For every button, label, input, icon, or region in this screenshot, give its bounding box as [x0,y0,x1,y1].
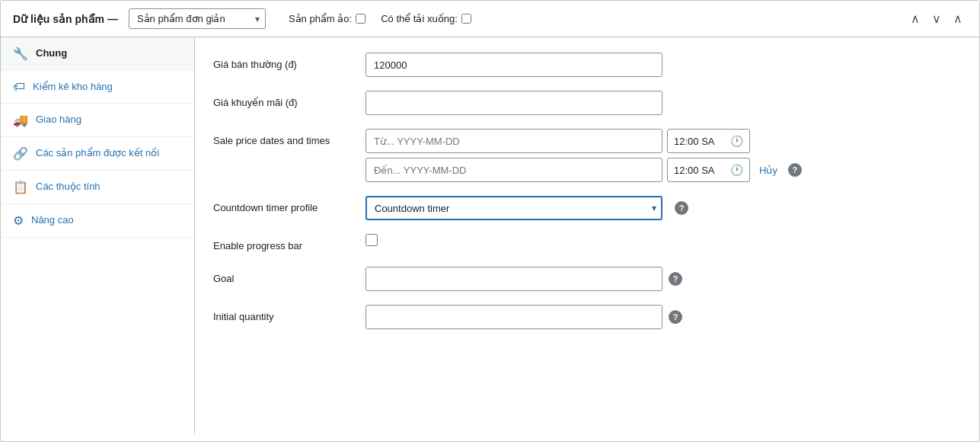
header-bar: Dữ liệu sản phẩm — Sản phẩm đơn giản ▾ S… [1,1,979,37]
sidebar-label-chung: Chung [36,47,67,60]
initial-quantity-controls: ? [366,305,682,329]
regular-price-row: Giá bán thường (đ) [213,53,961,77]
sidebar-item-nang-cao[interactable]: ⚙ Nâng cao [1,204,194,238]
header-actions: ∧ ∨ ∧ [906,10,967,27]
time-from-wrapper: 🕐 [667,129,750,153]
date-to-row: 🕐 Hủy ? [366,158,961,182]
sidebar-item-kiem-ke-kho-hang[interactable]: 🏷 Kiểm kê kho hàng [1,71,194,104]
countdown-profile-label: Countdown timer profile [213,196,366,215]
initial-quantity-input[interactable] [366,305,662,329]
downloadable-label: Có thể tải xuống: [381,13,458,24]
gear-icon: ⚙ [13,213,24,228]
cancel-link[interactable]: Hủy [759,165,777,176]
goal-input[interactable] [366,267,662,291]
time-from-input[interactable] [674,136,727,147]
truck-icon: 🚚 [13,113,28,127]
tag-icon: 🏷 [13,80,25,94]
product-data-panel: Dữ liệu sản phẩm — Sản phẩm đơn giản ▾ S… [0,0,980,442]
content-area: 🔧 Chung 🏷 Kiểm kê kho hàng 🚚 Giao hàng 🔗… [1,37,979,434]
date-from-row: 🕐 [366,129,961,153]
countdown-profile-row: Countdown timer profile Countdown timer … [213,196,961,220]
expand-up-button[interactable]: ∧ [906,10,924,27]
goal-help-icon[interactable]: ? [669,272,682,286]
goal-controls: ? [366,267,682,291]
sale-price-label: Giá khuyến mãi (đ) [213,91,366,110]
progress-bar-checkbox[interactable] [366,234,378,246]
sidebar-label-thuoc-tinh: Các thuộc tính [36,181,101,194]
virtual-label: Sản phẩm ảo: [289,13,352,24]
initial-quantity-row: Initial quantity ? [213,305,961,329]
sale-dates-controls: 🕐 🕐 Hủy ? [366,129,961,182]
countdown-select-wrapper: Countdown timer ▾ [366,196,662,220]
list-icon: 📋 [13,180,28,194]
sidebar-label-giao-hang: Giao hàng [36,114,81,127]
panel-title: Dữ liệu sản phẩm — [13,13,118,25]
goal-label: Goal [213,267,366,286]
downloadable-checkbox-label: Có thể tải xuống: [381,13,471,24]
sale-dates-label: Sale price dates and times [213,129,366,148]
sale-price-row: Giá khuyến mãi (đ) [213,91,961,115]
progress-bar-label: Enable progress bar [213,234,366,253]
sale-price-controls [366,91,961,115]
countdown-help-icon[interactable]: ? [675,201,688,215]
clock-to-icon[interactable]: 🕐 [730,164,743,176]
link-icon: 🔗 [13,146,28,161]
sidebar-label-kiem-ke: Kiểm kê kho hàng [33,81,113,94]
progress-bar-row: Enable progress bar [213,234,961,253]
form-area: Giá bán thường (đ) Giá khuyến mãi (đ) Sa… [195,37,979,434]
initial-quantity-help-icon[interactable]: ? [669,310,682,324]
virtual-checkbox-label: Sản phẩm ảo: [289,13,366,24]
downloadable-checkbox[interactable] [461,14,471,24]
sidebar-label-nang-cao: Nâng cao [31,214,74,227]
product-type-select-wrapper: Sản phẩm đơn giản ▾ [129,8,266,29]
product-checkboxes: Sản phẩm ảo: Có thể tải xuống: [289,13,471,24]
sidebar-item-thuoc-tinh[interactable]: 📋 Các thuộc tính [1,171,194,204]
time-to-input[interactable] [674,165,727,176]
collapse-button[interactable]: ∧ [949,10,967,27]
sale-dates-help-icon[interactable]: ? [788,163,802,177]
product-type-select[interactable]: Sản phẩm đơn giản [129,8,266,29]
sale-dates-row: Sale price dates and times 🕐 [213,129,961,182]
goal-row: Goal ? [213,267,961,291]
regular-price-input[interactable] [366,53,662,77]
progress-bar-controls [366,234,378,246]
initial-quantity-label: Initial quantity [213,305,366,324]
sidebar-item-chung[interactable]: 🔧 Chung [1,37,194,71]
virtual-checkbox[interactable] [356,14,366,24]
countdown-select[interactable]: Countdown timer [366,196,662,220]
date-to-input[interactable] [366,158,662,182]
sidebar-label-ket-noi: Các sản phẩm được kết nối [36,147,159,160]
sidebar-item-san-pham-ket-noi[interactable]: 🔗 Các sản phẩm được kết nối [1,137,194,171]
expand-down-button[interactable]: ∨ [927,10,946,27]
wrench-icon: 🔧 [13,46,28,61]
countdown-controls: Countdown timer ▾ ? [366,196,688,220]
sidebar: 🔧 Chung 🏷 Kiểm kê kho hàng 🚚 Giao hàng 🔗… [1,37,195,434]
clock-from-icon[interactable]: 🕐 [730,135,743,147]
sale-price-input[interactable] [366,91,662,115]
sidebar-item-giao-hang[interactable]: 🚚 Giao hàng [1,104,194,137]
regular-price-label: Giá bán thường (đ) [213,53,366,72]
regular-price-controls [366,53,961,77]
time-to-wrapper: 🕐 [667,158,750,182]
date-from-input[interactable] [366,129,662,153]
